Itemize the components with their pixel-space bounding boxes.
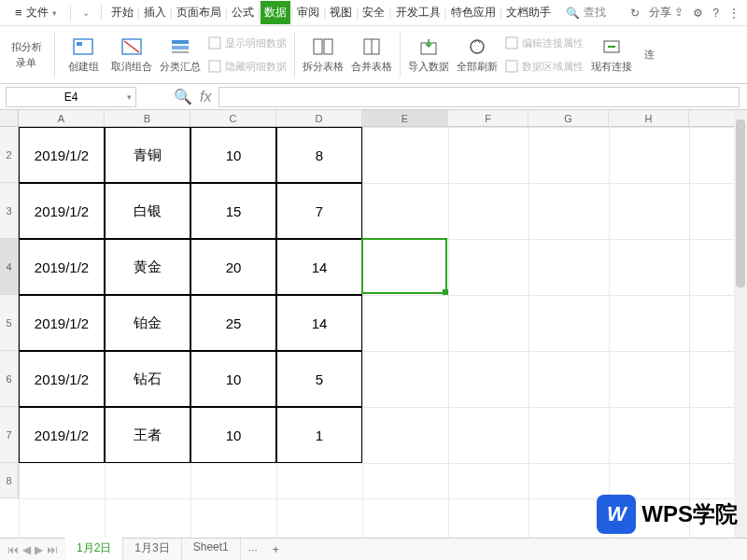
col-header-H[interactable]: H (609, 110, 689, 126)
row-header-6[interactable]: 6 (0, 351, 18, 407)
ribbon-tab-2[interactable]: 页面布局 (173, 1, 225, 24)
separator (294, 33, 295, 77)
cell-D5[interactable]: 14 (276, 295, 362, 351)
ribbon-tab-5[interactable]: 审阅 (293, 1, 323, 24)
create-group-button[interactable]: 创建组 (63, 35, 104, 74)
tab-nav[interactable]: ⏮ ◀ ▶ ⏭ (0, 543, 65, 556)
ribbon-tab-6[interactable]: 视图 (326, 1, 356, 24)
connect-button[interactable]: 连 (640, 48, 658, 62)
col-header-B[interactable]: B (105, 110, 190, 126)
add-sheet[interactable]: + (265, 543, 287, 556)
ribbon-tab-1[interactable]: 插入 (140, 1, 170, 24)
cell-C6[interactable]: 10 (190, 351, 276, 407)
cell-A2[interactable]: 2019/1/2 (19, 127, 105, 183)
next-icon[interactable]: ▶ (35, 543, 43, 556)
ungroup-button[interactable]: 取消组合 (111, 35, 152, 74)
row-header-4[interactable]: 4 (0, 239, 18, 295)
cell-D7[interactable]: 1 (276, 407, 362, 463)
cell-D2[interactable]: 8 (276, 127, 362, 183)
col-header-E[interactable]: E (362, 110, 448, 126)
analysis-button[interactable]: 拟分析 录单 (6, 40, 47, 70)
cell-B4[interactable]: 黄金 (105, 239, 190, 295)
hamburger-icon: ≡ (15, 6, 22, 20)
settings-icon[interactable]: ⚙ (693, 7, 703, 20)
help-icon[interactable]: ? (712, 7, 719, 20)
cell-C7[interactable]: 10 (190, 407, 276, 463)
ribbon-tab-10[interactable]: 文档助手 (502, 1, 555, 24)
split-icon (311, 35, 335, 58)
top-right-controls: ↻ 分享 ⇪ ⚙ ? ⋮ (630, 5, 740, 21)
col-header-F[interactable]: F (448, 110, 529, 126)
connection-group: 编辑连接属性 数据区域属性 (505, 35, 584, 76)
row-header-3[interactable]: 3 (0, 183, 18, 239)
scrollbar-thumb[interactable] (736, 119, 745, 287)
cell-B6[interactable]: 钻石 (105, 351, 190, 407)
more-icon[interactable]: ⋮ (728, 7, 740, 20)
select-all-corner[interactable] (0, 110, 19, 127)
col-header-C[interactable]: C (190, 110, 276, 126)
cell-A6[interactable]: 2019/1/2 (19, 351, 105, 407)
cell-B5[interactable]: 铂金 (105, 295, 190, 351)
cell-D6[interactable]: 5 (276, 351, 362, 407)
svg-rect-4 (172, 40, 189, 44)
ribbon-tab-7[interactable]: 安全 (359, 1, 388, 24)
row-header-2[interactable]: 2 (0, 127, 18, 183)
search-box[interactable]: 🔍 查找 (566, 5, 606, 21)
sheet-tab-2[interactable]: Sheet1 (182, 537, 241, 560)
sheet-tab-0[interactable]: 1月2日 (65, 537, 123, 560)
last-icon[interactable]: ⏭ (47, 543, 58, 556)
grid[interactable]: 2019/1/2青铜1082019/1/2白银1572019/1/2黄金2014… (19, 127, 747, 539)
ribbon-tab-9[interactable]: 特色应用 (447, 1, 500, 24)
search-icon: 🔍 (566, 7, 580, 20)
cell-C4[interactable]: 20 (190, 239, 276, 295)
ribbon-tab-4[interactable]: 数据 (261, 1, 290, 24)
cell-C2[interactable]: 10 (190, 127, 276, 183)
ribbon-tab-0[interactable]: 开始 (107, 1, 137, 24)
merge-table-button[interactable]: 合并表格 (351, 35, 392, 74)
dropdown-icon[interactable]: ⌄ (77, 7, 95, 18)
ribbon-tab-3[interactable]: 公式 (228, 1, 258, 24)
cell-D4[interactable]: 14 (276, 239, 362, 295)
file-label: 文件 (26, 5, 49, 21)
sheet-tab-1[interactable]: 1月3日 (123, 537, 181, 560)
col-header-D[interactable]: D (276, 110, 362, 126)
subtotal-button[interactable]: 分类汇总 (160, 35, 201, 74)
more-sheets[interactable]: ··· (241, 543, 265, 556)
row-header-8[interactable]: 8 (0, 463, 18, 498)
existing-connections-button[interactable]: 现有连接 (591, 35, 632, 74)
cell-D3[interactable]: 7 (276, 183, 362, 239)
col-header-A[interactable]: A (19, 110, 105, 126)
vertical-scrollbar[interactable] (734, 110, 747, 538)
ribbon-tabs: 开始|插入|页面布局|公式|数据|审阅|视图|安全|开发工具|特色应用|文档助手 (107, 1, 555, 24)
cell-B2[interactable]: 青铜 (105, 127, 190, 183)
split-table-button[interactable]: 拆分表格 (303, 35, 344, 74)
prev-icon[interactable]: ◀ (22, 543, 31, 556)
cell-A4[interactable]: 2019/1/2 (19, 239, 105, 295)
cell-A5[interactable]: 2019/1/2 (19, 295, 105, 351)
zoom-icon[interactable]: 🔍 (174, 88, 192, 105)
file-menu[interactable]: ≡ 文件 ▾ (7, 3, 64, 22)
cell-C3[interactable]: 15 (190, 183, 276, 239)
row-header-7[interactable]: 7 (0, 407, 18, 463)
first-icon[interactable]: ⏮ (7, 543, 19, 556)
svg-rect-10 (324, 39, 332, 54)
cell-A7[interactable]: 2019/1/2 (19, 407, 105, 463)
detail-group: 显示明细数据 隐藏明细数据 (208, 35, 287, 76)
name-box[interactable]: E4 ▾ (6, 87, 136, 107)
cell-B7[interactable]: 王者 (105, 407, 190, 463)
cell-A3[interactable]: 2019/1/2 (19, 183, 105, 239)
cell-B3[interactable]: 白银 (105, 183, 190, 239)
refresh-all-button[interactable]: 全部刷新 (457, 35, 498, 74)
cell-C5[interactable]: 25 (190, 295, 276, 351)
fx-label[interactable]: fx (200, 89, 211, 105)
wps-logo-icon: W (597, 495, 636, 534)
ribbon-tab-8[interactable]: 开发工具 (392, 1, 444, 24)
share-button[interactable]: 分享 ⇪ (649, 5, 684, 21)
import-data-button[interactable]: 导入数据 (408, 35, 449, 74)
top-menu-bar: ≡ 文件 ▾ ⌄ 开始|插入|页面布局|公式|数据|审阅|视图|安全|开发工具|… (0, 0, 747, 26)
formula-input[interactable] (218, 87, 740, 107)
col-header-G[interactable]: G (529, 110, 609, 126)
row-header-5[interactable]: 5 (0, 295, 18, 351)
cell-selection (361, 238, 447, 294)
cloud-icon[interactable]: ↻ (630, 7, 640, 20)
